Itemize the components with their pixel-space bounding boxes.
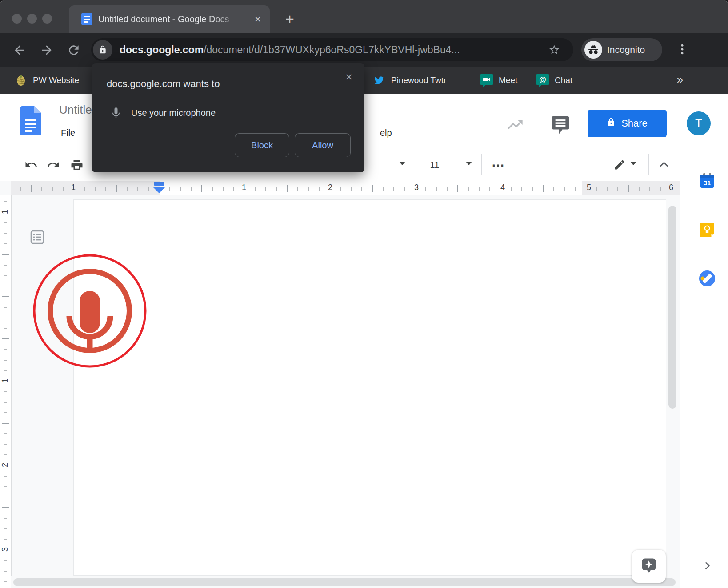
explore-button[interactable]	[632, 550, 666, 583]
print-icon[interactable]	[68, 156, 86, 174]
menu-help-partial[interactable]: elp	[380, 128, 392, 138]
browser-toolbar: docs.google.com/document/d/1b37WUXkyp6oR…	[0, 33, 728, 67]
collapse-toolbar-icon[interactable]	[655, 156, 673, 174]
ruler-tick	[31, 185, 32, 192]
tasks-icon[interactable]	[699, 270, 716, 287]
document-page[interactable]	[74, 200, 666, 575]
ruler-tick	[639, 187, 640, 191]
reload-icon[interactable]	[67, 43, 81, 57]
ruler-tick	[233, 187, 234, 191]
redo-icon[interactable]	[44, 156, 62, 174]
bookmark-chat[interactable]: @ Chat	[536, 67, 572, 94]
horizontal-scrollbar-thumb[interactable]	[13, 578, 676, 586]
toolbar-divider	[416, 154, 416, 175]
url-text[interactable]: docs.google.com/document/d/1b37WUXkyp6oR…	[120, 38, 460, 61]
ruler-tick	[20, 187, 21, 191]
menu-file[interactable]: File	[61, 128, 75, 138]
ruler-number: 1	[240, 183, 248, 192]
ruler-tick	[660, 187, 661, 191]
expand-sidebar-icon[interactable]	[700, 559, 714, 573]
ruler-tick	[319, 187, 320, 191]
ruler-tick	[479, 187, 480, 191]
browser-menu-icon[interactable]	[676, 43, 689, 58]
browser-window: Untitled document - Google Docs ✕ + docs…	[0, 0, 728, 588]
docs-logo-icon[interactable]	[20, 106, 41, 137]
url-host: docs.google.com	[120, 44, 204, 56]
allow-button[interactable]: Allow	[295, 133, 351, 157]
indent-marker-triangle[interactable]	[152, 187, 166, 193]
site-security-lock-icon[interactable]	[93, 40, 112, 60]
indent-marker[interactable]	[154, 182, 164, 186]
ruler-tick	[575, 187, 576, 191]
ruler-tick	[276, 187, 277, 191]
bookmarks-overflow-icon[interactable]: »	[671, 67, 689, 94]
ruler-tick	[52, 187, 53, 191]
more-icon[interactable]: …	[487, 153, 509, 174]
forward-icon[interactable]	[40, 43, 54, 57]
bookmark-pinewood-twtr[interactable]: Pinewood Twtr	[372, 67, 446, 94]
font-size-dropdown-icon[interactable]	[466, 162, 472, 165]
font-size-value[interactable]: 11	[425, 156, 444, 174]
voice-typing-mic-widget[interactable]	[32, 253, 148, 369]
keep-icon[interactable]	[699, 222, 716, 238]
ruler-tick	[4, 412, 7, 413]
bookmark-meet[interactable]: Meet	[480, 67, 517, 94]
ruler-tick	[521, 187, 522, 191]
incognito-badge: Incognito	[581, 38, 662, 61]
ruler-number: 6	[667, 183, 676, 192]
ruler-tick	[84, 187, 85, 191]
ruler-number: 1	[0, 376, 10, 385]
minimize-window-button[interactable]	[27, 14, 37, 24]
block-button[interactable]: Block	[235, 133, 289, 157]
zoom-window-button[interactable]	[42, 14, 52, 24]
back-icon[interactable]	[12, 43, 27, 57]
ruler-tick	[2, 296, 9, 297]
ruler-tick	[649, 187, 650, 191]
ruler-tick	[95, 187, 96, 191]
bookmark-pw-website[interactable]: PW Website	[14, 67, 79, 94]
comment-icon[interactable]	[551, 115, 570, 137]
ruler-tick	[4, 265, 7, 266]
toolbar-divider	[481, 154, 482, 175]
vertical-ruler: 1123	[0, 195, 12, 588]
ruler-tick	[351, 187, 352, 191]
incognito-label: Incognito	[607, 38, 645, 61]
close-tab-icon[interactable]: ✕	[249, 5, 267, 33]
ruler-tick	[4, 518, 7, 519]
edit-mode-dropdown-icon[interactable]	[630, 162, 636, 165]
ruler-tick	[201, 185, 202, 192]
avatar[interactable]: T	[687, 111, 711, 135]
ruler-tick	[4, 560, 7, 561]
ruler-number: 3	[0, 544, 10, 554]
edit-mode-pencil-icon[interactable]	[611, 156, 628, 174]
trend-icon[interactable]	[505, 116, 525, 135]
outline-icon[interactable]	[28, 228, 46, 246]
share-button[interactable]: Share	[588, 110, 667, 137]
ruler-tick	[489, 187, 490, 191]
ruler-tick	[41, 187, 42, 191]
pinecone-favicon	[14, 74, 28, 87]
ruler-tick	[4, 581, 7, 582]
calendar-icon[interactable]: 31	[699, 172, 716, 189]
ruler-tick	[553, 187, 554, 191]
ruler-tick	[4, 454, 7, 455]
document-vertical-scrollbar[interactable]	[668, 206, 676, 409]
undo-icon[interactable]	[22, 156, 40, 174]
close-window-button[interactable]	[12, 14, 22, 24]
ruler-tick	[564, 187, 565, 191]
share-lock-icon	[607, 117, 616, 130]
address-bar[interactable]: docs.google.com/document/d/1b37WUXkyp6oR…	[91, 38, 573, 61]
ruler-tick	[361, 187, 362, 191]
font-family-dropdown-icon[interactable]	[399, 162, 405, 165]
ruler-tick	[543, 185, 544, 192]
side-panel: 31	[680, 148, 728, 588]
bookmark-star-icon[interactable]	[548, 44, 560, 57]
dialog-close-icon[interactable]: ✕	[340, 68, 358, 86]
new-tab-button[interactable]: +	[280, 5, 300, 33]
ruler-tick	[4, 497, 7, 497]
chat-favicon: @	[536, 74, 549, 87]
ruler-tick	[63, 187, 64, 191]
active-tab[interactable]: Untitled document - Google Docs ✕	[69, 5, 270, 33]
ruler-tick	[4, 476, 7, 477]
ruler-tick	[532, 187, 533, 191]
